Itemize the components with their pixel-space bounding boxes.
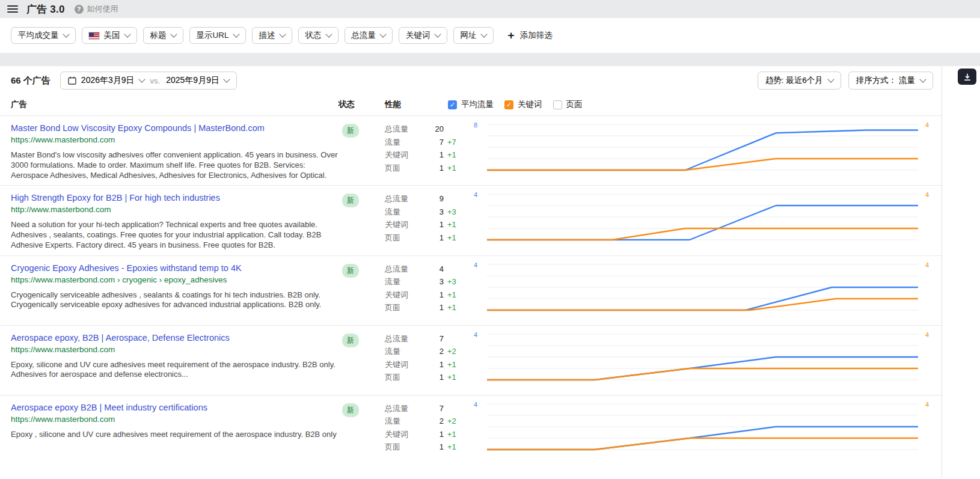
chart-right-axis-max: 4 [918,256,942,325]
sort-select[interactable]: 排序方式： 流量 [848,72,933,90]
col-header-ad: 广告 [11,99,338,110]
ad-display-url: https://www.masterbond.com [11,415,338,425]
metric-label: 关键词 [385,358,420,371]
ads-count: 66 个广告 [11,75,51,87]
top-app-bar: 广告 3.0 ? 如何使用 [0,0,980,18]
status-badge-new: 新 [342,194,359,207]
metric-label: 流量 [385,206,420,219]
metric-delta [444,402,464,415]
metric-value: 7 [420,332,444,346]
chevron-down-icon [170,31,177,37]
ad-display-url: https://www.masterbond.com › cryogenic ›… [11,275,338,285]
metric-delta [444,263,464,276]
ad-title-link[interactable]: Aerospace epoxy, B2B | Aerospace, Defens… [11,332,338,344]
status-cell: 新 [338,326,385,395]
keywords-line [487,299,918,310]
legend-keywords-label: 关键词 [518,99,542,110]
export-button[interactable] [958,69,976,85]
metric-value: 1 [420,371,444,384]
metric-row: 总流量20 [385,123,463,136]
trend-chart [487,326,918,395]
filter-keywords-label: 关键词 [406,30,430,41]
filter-status-button[interactable]: 状态 [298,27,338,44]
hamburger-menu-icon[interactable] [7,5,18,13]
filter-title-button[interactable]: 标题 [143,27,183,44]
table-header: 广告 状态 性能 ✓平均流量✓关键词页面 [0,94,942,115]
ad-title-link[interactable]: High Strength Epoxy for B2B | For high t… [11,192,338,204]
metric-delta: +1 [444,441,464,454]
metric-label: 总流量 [385,263,420,276]
filter-title-label: 标题 [150,30,167,41]
keywords-line [487,438,918,450]
trend-range-select[interactable]: 趋势: 最近6个月 [758,72,841,90]
col-header-performance: 性能 [385,99,448,110]
ad-row: Aerospace epoxy, B2B | Aerospace, Defens… [0,325,942,395]
ad-title-link[interactable]: Cryogenic Epoxy Adhesives - Epoxies with… [11,263,338,274]
ad-row: Aerospace epoxy B2B | Meet industry cert… [0,395,942,465]
help-link[interactable]: ? 如何使用 [75,4,118,14]
metric-label: 流量 [385,275,420,288]
status-badge-new: 新 [342,124,359,138]
trend-sparkline [487,399,918,453]
ad-description: Need a solution for your hi-tech applica… [11,220,338,251]
ad-row: Cryogenic Epoxy Adhesives - Epoxies with… [0,255,942,325]
filter-url-button[interactable]: 网址 [453,27,494,44]
metric-label: 页面 [385,231,420,245]
date-range-button[interactable]: 2026年3月9日 vs. 2025年9月9日 [60,72,237,90]
col-header-status: 状态 [338,99,385,110]
filter-description-button[interactable]: 描述 [252,27,292,44]
ad-display-url: http://www.masterbond.com [11,205,338,215]
ad-description: Cryogenically serviceable adhesives , se… [11,290,338,311]
trend-chart [487,116,918,185]
legend-avg-traffic-checkbox[interactable]: ✓平均流量 [448,99,494,110]
metric-row: 页面1+1 [385,371,463,384]
ad-title-link[interactable]: Aerospace epoxy B2B | Meet industry cert… [11,402,338,413]
export-icon [963,73,972,81]
metric-row: 关键词1+1 [385,288,463,302]
metric-delta [444,332,464,346]
chart-left-axis-max: 4 [463,186,487,255]
metric-delta: +1 [444,428,464,441]
metric-value: 1 [420,428,444,441]
filter-keywords-button[interactable]: 关键词 [399,27,447,44]
ad-row: High Strength Epoxy for B2B | For high t… [0,185,942,255]
ad-title-link[interactable]: Master Bond Low Viscosity Epoxy Compound… [11,123,338,134]
legend-keywords-checkbox[interactable]: ✓关键词 [504,99,542,110]
metric-row: 页面1+1 [385,162,463,175]
filter-bar: 平均成交量美国标题显示URL描述状态总流量关键词网址+添加筛选 [0,18,980,53]
metric-label: 关键词 [385,428,420,441]
ad-preview: Aerospace epoxy B2B | Meet industry cert… [11,395,338,465]
metric-delta: +2 [444,415,464,428]
metric-label: 页面 [385,371,420,384]
metric-value: 1 [420,218,444,231]
checked-checkbox-icon: ✓ [504,100,513,109]
legend-pages-checkbox[interactable]: 页面 [553,99,583,110]
metric-label: 页面 [385,162,420,175]
filter-avg-volume-button[interactable]: 平均成交量 [11,27,76,44]
filter-total-traffic-button[interactable]: 总流量 [345,27,393,44]
metric-row: 关键词1+1 [385,148,463,162]
metric-delta: +1 [444,301,464,314]
filter-status-label: 状态 [305,30,322,41]
filter-display-url-button[interactable]: 显示URL [189,27,246,44]
us-flag-icon [89,32,99,39]
status-badge-new: 新 [342,264,359,278]
metric-row: 流量3+3 [385,206,463,219]
filter-description-label: 描述 [259,30,275,41]
ads-table-body: Master Bond Low Viscosity Epoxy Compound… [0,115,942,465]
metric-delta: +7 [444,136,464,149]
plus-icon: + [508,29,515,41]
metric-label: 总流量 [385,192,420,206]
vs-label: vs. [150,76,161,85]
metric-label: 关键词 [385,288,420,302]
filter-country-button[interactable]: 美国 [82,27,137,44]
metric-value: 1 [420,358,444,371]
trend-sparkline [487,189,918,243]
chart-left-axis-max: 4 [463,256,487,325]
trend-chart [487,395,918,465]
chevron-down-icon [325,31,332,37]
chevron-down-icon [434,31,441,37]
add-filter-button[interactable]: +添加筛选 [504,29,556,41]
metric-value: 1 [420,301,444,314]
metric-row: 总流量4 [385,263,463,276]
